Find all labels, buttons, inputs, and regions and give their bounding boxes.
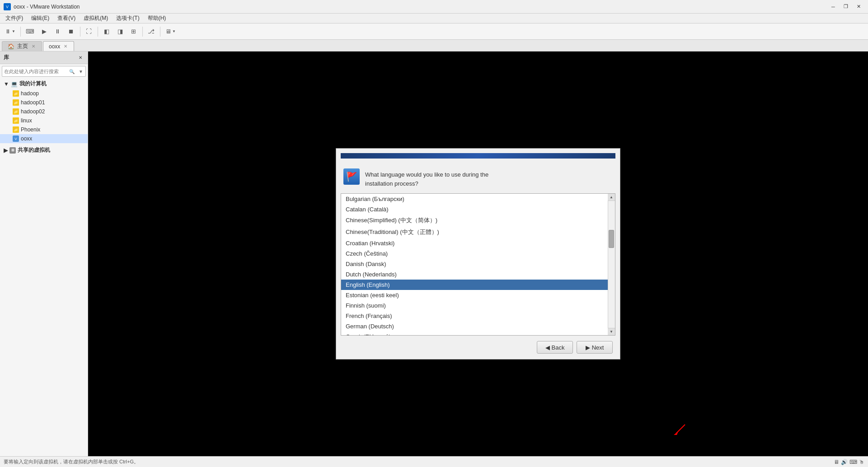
sidebar-item-phoenix[interactable]: 📁 Phoenix: [0, 125, 88, 134]
close-button[interactable]: ✕: [853, 2, 864, 11]
dialog-question-text: What language would you like to use duri…: [365, 168, 488, 188]
sidebar-item-label-5: ooxx: [21, 135, 32, 142]
language-item-german[interactable]: German (Deutsch): [341, 321, 608, 332]
scrollbar-thumb[interactable]: [609, 230, 614, 248]
menu-edit[interactable]: 编辑(E): [28, 14, 53, 23]
back-button[interactable]: ◀ Back: [537, 341, 573, 354]
app-icon: V: [4, 3, 11, 10]
pause-icon: ⏸: [55, 28, 61, 35]
menu-tabs[interactable]: 选项卡(T): [113, 14, 143, 23]
tab-ooxx-close[interactable]: ✕: [63, 43, 68, 49]
power-off-button[interactable]: ⏹: [66, 26, 77, 37]
sidebar-item-hadoop01[interactable]: 📁 hadoop01: [0, 98, 88, 107]
flag-icon: 🚩: [343, 168, 360, 185]
menu-help[interactable]: 帮助(H): [144, 14, 170, 23]
sidebar-item-hadoop02[interactable]: 📁 hadoop02: [0, 107, 88, 116]
snapshot2-icon: ◨: [117, 28, 123, 35]
sidebar-item-ooxx[interactable]: V ooxx: [0, 134, 88, 143]
language-item-chinese-simplified[interactable]: Chinese(Simplified) (中文（简体）): [341, 215, 608, 226]
vm-screen[interactable]: 🚩 What language would you like to use du…: [88, 51, 868, 456]
back-label: Back: [552, 344, 565, 351]
pause-button[interactable]: ⏸: [52, 26, 64, 37]
tab-home-close: ✕: [31, 43, 36, 49]
annotation-arrow-svg: [671, 422, 690, 436]
next-label: Next: [592, 344, 604, 351]
next-button[interactable]: ▶ Next: [577, 341, 613, 354]
shared-expand-icon: ▶: [4, 147, 8, 154]
sidebar: 库 ✕ 🔍 ▼ ▼ 💻 我的计算机 📁 hadoop 📁 hadoop01 📁 …: [0, 51, 88, 456]
vm-folder-icon: 📁: [13, 90, 19, 97]
scrollbar-up-button[interactable]: ▲: [608, 194, 615, 201]
snapshot-button-1[interactable]: ◧: [101, 26, 113, 37]
dialog-question-section: 🚩 What language would you like to use du…: [336, 163, 620, 193]
language-item-chinese-traditional[interactable]: Chinese(Traditional) (中文（正體）): [341, 226, 608, 238]
snapshot-button-2[interactable]: ◨: [114, 26, 126, 37]
home-icon: 🏠: [8, 43, 14, 50]
vm-icon-ooxx: V: [13, 135, 19, 142]
language-item-estonian[interactable]: Estonian (eesti keel): [341, 290, 608, 300]
usb-button[interactable]: ⎇: [145, 26, 157, 37]
language-item-czech[interactable]: Czech (Čeština): [341, 248, 608, 259]
status-icon-2: 🔊: [841, 459, 848, 465]
sidebar-item-label-1: hadoop01: [21, 99, 45, 106]
menu-file[interactable]: 文件(F): [2, 14, 27, 23]
sidebar-item-hadoop[interactable]: 📁 hadoop: [0, 89, 88, 98]
tree-root-group[interactable]: ▼ 💻 我的计算机: [0, 79, 88, 89]
send-ctrl-alt-del-button[interactable]: ⌨: [23, 26, 37, 37]
vm-folder-icon-1: 📁: [13, 99, 19, 106]
language-item-french[interactable]: French (Français): [341, 311, 608, 321]
title-text: ooxx - VMware Workstation: [14, 4, 827, 10]
language-list[interactable]: Bulgarian (Български)Catalan (Català)Chi…: [341, 193, 615, 336]
snapshot1-icon: ◧: [104, 28, 109, 35]
snapshot-button-3[interactable]: ⊞: [128, 26, 140, 37]
menu-view[interactable]: 查看(V): [54, 14, 79, 23]
shared-vms-group[interactable]: ▶ ⊞ 共享的虚拟机: [0, 145, 88, 155]
tree-root-label: 我的计算机: [19, 80, 47, 88]
vm-folder-icon-3: 📁: [13, 117, 19, 124]
search-dropdown-button[interactable]: ▼: [76, 66, 85, 76]
search-button[interactable]: 🔍: [67, 66, 76, 76]
language-item-danish[interactable]: Danish (Dansk): [341, 259, 608, 269]
scrollbar-down-button[interactable]: ▼: [608, 328, 615, 335]
power-dropdown-button[interactable]: ⏸ ▼: [3, 26, 18, 37]
menu-vm[interactable]: 虚拟机(M): [80, 14, 112, 23]
restore-button[interactable]: ❐: [840, 2, 852, 11]
next-arrow-icon: ▶: [586, 344, 590, 351]
language-item-bulgarian[interactable]: Bulgarian (Български): [341, 194, 608, 204]
language-item-greek[interactable]: Greek (Ελληνικά): [341, 332, 608, 336]
svg-marker-1: [674, 431, 678, 435]
sidebar-item-label-4: Phoenix: [21, 126, 40, 133]
toolbar-separator-4: [142, 27, 143, 37]
sidebar-search-box[interactable]: 🔍 ▼: [2, 66, 86, 77]
fullscreen-button[interactable]: ⛶: [83, 26, 95, 37]
usb-icon: ⎇: [148, 28, 155, 35]
tab-bar: 🏠 主页 ✕ ooxx ✕: [0, 40, 868, 51]
display-button[interactable]: 🖥 ▼: [163, 26, 178, 37]
tab-home[interactable]: 🏠 主页 ✕: [2, 41, 42, 51]
scrollbar-track: ▲ ▼: [608, 194, 615, 335]
language-item-english[interactable]: English (English): [341, 280, 608, 290]
power-on-button[interactable]: ▶: [38, 26, 50, 37]
tab-ooxx[interactable]: ooxx ✕: [43, 41, 74, 51]
language-item-dutch[interactable]: Dutch (Nederlands): [341, 269, 608, 280]
minimize-button[interactable]: ─: [827, 2, 839, 11]
play-icon: ▶: [42, 28, 47, 35]
vm-folder-icon-2: 📁: [13, 108, 19, 115]
arrow-annotation: [671, 422, 690, 436]
search-input[interactable]: [2, 69, 67, 74]
window-controls: ─ ❐ ✕: [827, 2, 864, 11]
computer-icon: 💻: [11, 81, 18, 87]
language-item-croatian[interactable]: Croatian (Hrvatski): [341, 238, 608, 248]
sidebar-close-button[interactable]: ✕: [77, 54, 84, 61]
language-item-finnish[interactable]: Finnish (suomi): [341, 300, 608, 311]
status-icon-4: 🖱: [859, 459, 864, 465]
display-dropdown-icon: ▼: [172, 29, 176, 33]
fullscreen-icon: ⛶: [86, 28, 92, 35]
dialog-footer: ◀ Back ▶ Next: [336, 336, 620, 359]
status-text: 要将输入定向到该虚拟机，请在虚拟机内部单击或按 Ctrl+G。: [4, 458, 139, 465]
language-item-catalan[interactable]: Catalan (Català): [341, 204, 608, 215]
sidebar-item-linux[interactable]: 📁 linux: [0, 116, 88, 125]
content-area: 🚩 What language would you like to use du…: [88, 51, 868, 456]
status-icon-1: 🖥: [834, 459, 839, 465]
display-icon: 🖥: [165, 28, 171, 35]
